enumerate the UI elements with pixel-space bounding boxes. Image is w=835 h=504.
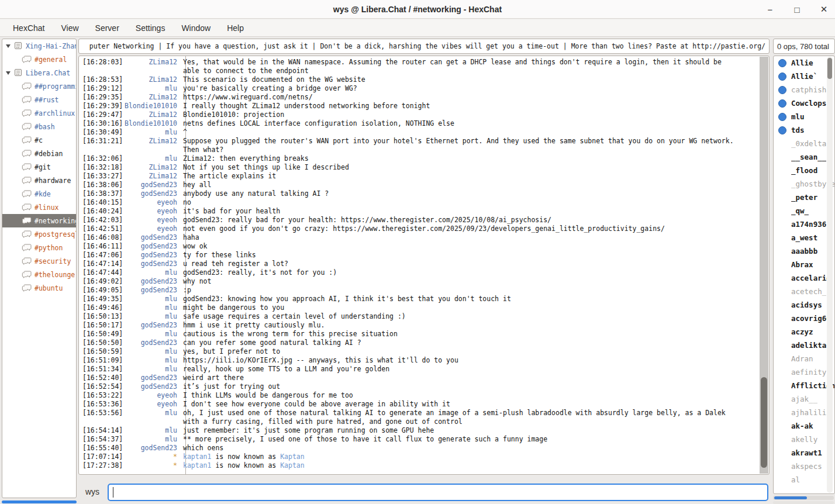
chat-message-row[interactable]: [17:27:38]*kaptan1 is now known as Kapta… <box>79 461 757 470</box>
chat-message-row[interactable]: [16:42:03]eyeohgodSend23: really bad for… <box>79 216 757 225</box>
chat-message-row[interactable]: [16:54:14]mlujust remember: it's just so… <box>79 426 757 435</box>
userlist-item-accelario[interactable]: accelario <box>774 271 834 285</box>
chat-message-row[interactable]: [16:47:44]mlugodSend23: really, it's not… <box>79 268 757 277</box>
userlist-item-akrawt1[interactable]: akrawt1 <box>774 446 834 460</box>
userlist-item-abrax[interactable]: Abrax <box>774 258 834 271</box>
expander-triangle-icon[interactable] <box>6 44 11 48</box>
close-button[interactable]: ✕ <box>817 3 830 16</box>
chat-message-row[interactable]: [16:53:56]mluoh, I just used one of thos… <box>79 409 757 426</box>
tree-item--rust[interactable]: ##rust <box>2 93 76 106</box>
tree-item--hardware[interactable]: #hardware <box>2 174 76 187</box>
tree-item-libera-chat[interactable]: Libera.Chat <box>2 66 76 80</box>
userlist-item--ghostbyte[interactable]: _ghostbyte <box>774 177 834 191</box>
tree-item--programming[interactable]: ##programming <box>2 80 76 93</box>
menu-hexchat[interactable]: HexChat <box>5 21 53 35</box>
menu-view[interactable]: View <box>53 21 87 35</box>
chat-message-row[interactable]: [16:50:17]godSend23hmm i use it pretty c… <box>79 321 757 330</box>
userlist-item--peter[interactable]: _peter <box>774 191 834 204</box>
maximize-button[interactable]: □ <box>791 3 803 16</box>
tree-item--ubuntu[interactable]: #ubuntu <box>2 281 76 295</box>
userlist-item-acidsys[interactable]: acidsys <box>774 298 834 312</box>
userlist-item--sean-[interactable]: __sean__ <box>774 150 834 164</box>
chat-message-row[interactable]: [16:49:46]mlumight be dangerous to you <box>79 303 757 312</box>
chat-message-row[interactable]: [16:40:24]eyeohit's bad for your health <box>79 207 757 216</box>
tree-item--security[interactable]: #security <box>2 254 76 268</box>
tree-item--git[interactable]: #git <box>2 160 76 174</box>
chat-message-row[interactable]: [16:49:05]godSend23:p <box>79 286 757 295</box>
chat-message-row[interactable]: [16:52:40]godSend23weird art there <box>79 374 757 382</box>
userlist-item-a-west[interactable]: a_west <box>774 231 834 244</box>
chat-message-row[interactable]: [16:38:37]godSend23anybody use any natur… <box>79 189 757 198</box>
chat-message-row[interactable]: [16:46:08]godSend23haha <box>79 233 757 242</box>
chat-message-row[interactable]: [16:33:27]ZLima12The article explains it <box>79 172 757 181</box>
chat-message-row[interactable]: [16:53:22]eyeohI think LLMs would be dan… <box>79 391 757 400</box>
userlist-horizontal-scrollbar[interactable] <box>773 496 834 500</box>
userlist-item-mlu[interactable]: mlu <box>774 110 834 123</box>
chat-message-row[interactable]: [16:29:39]Blondie101010I really thought … <box>79 102 757 111</box>
tree-item--bash[interactable]: #bash <box>2 120 76 133</box>
userlist-item-adran[interactable]: Adran <box>774 352 834 365</box>
chat-area[interactable]: [16:28:03]ZLima12Yes, that would be in t… <box>78 56 770 475</box>
chat-message-row[interactable]: [17:07:14]*kaptan1 is now known as Kapta… <box>79 453 757 461</box>
chat-message-row[interactable]: [16:28:03]ZLima12Yes, that would be in t… <box>79 58 757 75</box>
menu-help[interactable]: Help <box>219 21 252 35</box>
chat-message-row[interactable]: [16:50:50]godSend23can you refer some go… <box>79 339 757 347</box>
chat-message-row[interactable]: [16:50:49]mlucautious is the wrong term … <box>79 330 757 339</box>
tree-item--networking[interactable]: #networking <box>2 214 76 227</box>
chat-message-row[interactable]: [16:28:53]ZLima12This scenario is docume… <box>79 75 757 84</box>
userlist-item-aczyz[interactable]: aczyz <box>774 325 834 339</box>
userlist-item-acetech-[interactable]: acetech_ <box>774 285 834 298</box>
tree-item--debian[interactable]: #debian <box>2 147 76 160</box>
userlist-item-a174n936[interactable]: a174n936 <box>774 218 834 231</box>
chat-message-row[interactable]: [16:55:40]godSend23which oens <box>79 444 757 453</box>
userlist-item-ajhalili2[interactable]: ajhalili2 <box>774 406 834 419</box>
chat-message-row[interactable]: [16:31:21]ZLima12Suppose you plugged the… <box>79 137 757 154</box>
menu-window[interactable]: Window <box>173 21 219 35</box>
tree-item--thelounge[interactable]: #thelounge <box>2 268 76 281</box>
chat-message-row[interactable]: [16:50:59]mluyes, but I prefer not to <box>79 347 757 356</box>
chat-message-row[interactable]: [16:29:35]ZLima12https://www.wireguard.c… <box>79 93 757 102</box>
tree-item-xing-hai-zhan[interactable]: Xing-Hai-Zhan <box>2 39 76 53</box>
chat-message-row[interactable]: [16:46:11]godSend23wow ok <box>79 242 757 251</box>
userlist-item-akspecs[interactable]: akspecs <box>774 460 834 473</box>
chat-message-row[interactable]: [16:50:13]mlusafe usage requires a certa… <box>79 312 757 321</box>
chat-message-row[interactable]: [16:29:12]mluyou're basically creating a… <box>79 84 757 93</box>
chat-message-row[interactable]: [16:47:14]godSend23u read teh register a… <box>79 260 757 268</box>
menu-server[interactable]: Server <box>87 21 127 35</box>
chat-message-row[interactable]: [16:40:15]eyeohno <box>79 198 757 207</box>
chat-message-row[interactable]: [16:53:36]eyeohI don't see how everyone … <box>79 400 757 409</box>
tree-item--linux[interactable]: #linux <box>2 201 76 214</box>
chat-message-row[interactable]: [16:47:06]godSend23ty for these links <box>79 251 757 260</box>
userlist-item-aefinity[interactable]: aefinity <box>774 365 834 379</box>
userlist-item-cowclops-[interactable]: Cowclops` <box>774 96 834 110</box>
userlist-item-aaabbb[interactable]: aaabbb <box>774 244 834 258</box>
own-nick-label[interactable]: wys <box>85 487 99 496</box>
chat-message-row[interactable]: [16:32:18]ZLima12Not if you set things u… <box>79 163 757 172</box>
userlist-item-affliction[interactable]: Affliction <box>774 379 834 392</box>
userlist-item-ak-ak[interactable]: ak-ak <box>774 419 834 433</box>
userlist-item-tds[interactable]: tds <box>774 123 834 137</box>
userlist-item--flood[interactable]: _flood <box>774 164 834 177</box>
minimize-button[interactable]: − <box>764 3 777 16</box>
userlist-vertical-scrollbar[interactable] <box>827 57 833 493</box>
chat-scrollbar[interactable] <box>760 57 768 474</box>
userlist-item-adeliktas[interactable]: adeliktas <box>774 339 834 352</box>
tree-horizontal-scrollbar[interactable] <box>2 500 77 503</box>
userlist-item-ajak-[interactable]: ajak__ <box>774 392 834 406</box>
chat-message-row[interactable]: [16:51:09]mluhttps://iili.io/KOrIErX.jpg… <box>79 356 757 365</box>
userlist-item-akelly[interactable]: akelly <box>774 433 834 446</box>
tree-item--postgresql[interactable]: #postgresql <box>2 227 76 241</box>
chat-message-row[interactable]: [16:30:16]Blondie101010netns defines LOC… <box>79 119 757 128</box>
userlist-hscroll-thumb[interactable] <box>774 496 807 499</box>
message-input[interactable] <box>108 484 768 501</box>
expander-triangle-icon[interactable] <box>6 71 11 75</box>
userlist-item-al[interactable]: al <box>774 473 834 486</box>
chat-message-row[interactable]: [16:49:35]mlugodSend23: knowing how you … <box>79 295 757 303</box>
tree-item--c[interactable]: #c <box>2 133 76 147</box>
userlist-item-allie-[interactable]: Allie` <box>774 70 834 83</box>
userlist-item--qw-[interactable]: _qw_ <box>774 204 834 218</box>
topic-bar[interactable]: puter Networking | If you have a questio… <box>78 39 770 54</box>
chat-message-row[interactable]: [16:49:02]godSend23why not <box>79 277 757 286</box>
userlist-item-allie[interactable]: Allie <box>774 56 834 70</box>
chat-message-row[interactable]: [16:52:54]godSend23it’s just for trying … <box>79 382 757 391</box>
